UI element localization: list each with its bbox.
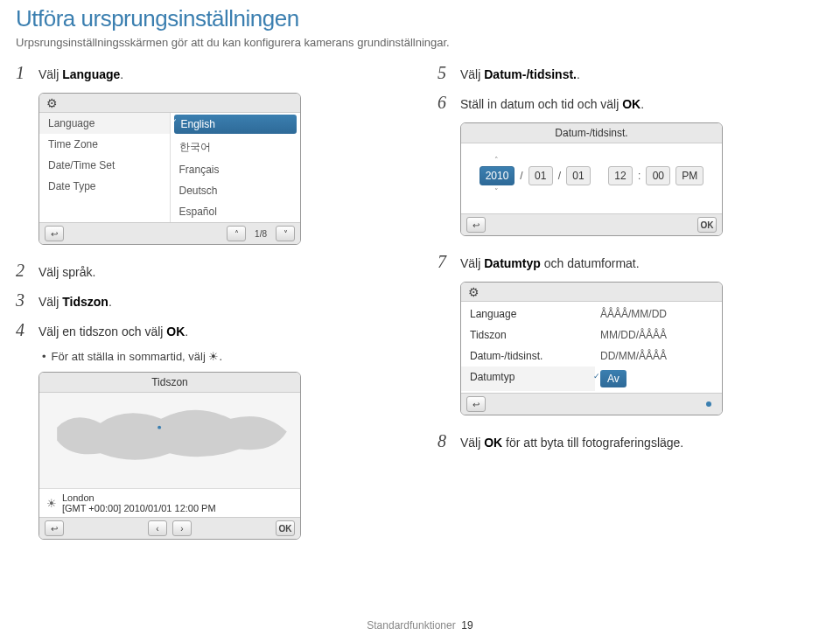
step-4-note: För att ställa in sommartid, välj ☀. [42, 350, 402, 363]
dst-icon: ☀ [208, 350, 219, 363]
dst-icon[interactable]: ☀ [46, 497, 57, 510]
settings-list: Language Time Zone Date/Time Set Date Ty… [39, 113, 171, 222]
ok-glyph: OK [166, 324, 185, 338]
prev-button[interactable]: ‹ [148, 520, 167, 536]
step-number: 2 [16, 261, 30, 281]
step-text: Ställ in datum och tid och välj OK. [460, 95, 644, 114]
left-column: 1 Välj Language. ⚙ Language Time Zone Da… [16, 63, 402, 555]
list-item[interactable]: Datumtyp [461, 366, 595, 391]
list-item[interactable]: 한국어 [171, 136, 301, 159]
ok-button[interactable]: OK [276, 520, 295, 536]
step-text: Välj Datumtyp och datumformat. [460, 255, 640, 273]
next-button[interactable]: › [172, 520, 192, 536]
datetime-panel: Datum-/tidsinst. ˄ 2010 ˅ / 01 / 01 12 :… [460, 122, 723, 236]
year-field[interactable]: 2010 [480, 166, 515, 185]
time-separator: : [638, 170, 640, 182]
gear-icon: ⚙ [46, 96, 58, 110]
page-footer: Standardfunktioner 19 [0, 619, 840, 632]
minute-field[interactable]: 00 [646, 166, 670, 185]
format-option[interactable]: ÅÅÅÅ/MM/DD [592, 304, 722, 324]
step-text: Välj Language. [38, 66, 123, 84]
step-5: 5 Välj Datum-/tidsinst.. [438, 63, 824, 84]
timezone-location: ☀ London [GMT +00:00] 2010/01/01 12:00 P… [39, 489, 300, 517]
step-number: 1 [16, 63, 30, 83]
datetype-panel: ⚙ LanguageÅÅÅÅ/MM/DD TidszonMM/DD/ÅÅÅÅ D… [460, 282, 723, 415]
panel-footer: ↩ OK [461, 213, 722, 235]
back-button[interactable]: ↩ [45, 520, 64, 536]
panel-header: Datum-/tidsinst. [461, 123, 722, 143]
step-number: 5 [438, 63, 452, 83]
footer-label: Standardfunktioner [367, 619, 455, 632]
ok-glyph: OK [622, 97, 640, 111]
panel-header: ⚙ [461, 283, 722, 302]
panel-footer: ↩ ˄ 1/8 ˅ [39, 222, 300, 244]
indicator-dot [706, 401, 711, 407]
step-3: 3 Välj Tidszon. [16, 290, 402, 311]
step-text: Välj språk. [38, 263, 95, 282]
svg-point-0 [158, 426, 161, 429]
step-8: 8 Välj OK för att byta till fotograferin… [438, 431, 824, 452]
timestamp: [GMT +00:00] 2010/01/01 12:00 PM [62, 503, 216, 513]
list-item[interactable]: Français [171, 159, 301, 180]
ok-glyph: OK [484, 436, 502, 450]
hour-field[interactable]: 12 [608, 166, 633, 185]
datetime-body: ˄ 2010 ˅ / 01 / 01 12 : 00 PM [461, 143, 722, 213]
list-item[interactable]: Language [461, 304, 592, 324]
step-2: 2 Välj språk. [16, 261, 402, 282]
page-title: Utföra ursprungsinställningen [0, 0, 840, 34]
page-subtitle: Urpsrungsinställningsskärmen gör att du … [0, 34, 840, 63]
back-button[interactable]: ↩ [45, 226, 64, 241]
step-number: 3 [16, 290, 30, 311]
list-item[interactable]: Datum-/tidsinst. [461, 345, 592, 366]
day-field[interactable]: 01 [566, 166, 591, 185]
panel-footer: ↩ ‹ › OK [39, 517, 300, 539]
selected-language[interactable]: English [174, 115, 298, 134]
note-text: För att ställa in sommartid, välj ☀. [52, 350, 223, 363]
month-field[interactable]: 01 [528, 166, 553, 185]
step-4: 4 Välj en tidszon och välj OK. [16, 320, 402, 341]
step-number: 4 [16, 320, 30, 340]
language-panel: ⚙ Language Time Zone Date/Time Set Date … [38, 93, 301, 245]
language-options: English 한국어 Français Deutsch Español [171, 113, 301, 222]
panel-header: Tidszon [39, 373, 300, 393]
step-7: 7 Välj Datumtyp och datumformat. [438, 252, 824, 273]
list-item[interactable]: Deutsch [171, 180, 301, 201]
format-option[interactable]: MM/DD/ÅÅÅÅ [592, 324, 722, 345]
panel-footer: ↩ [461, 393, 722, 415]
up-arrow-icon[interactable]: ˄ [494, 156, 499, 164]
step-number: 8 [438, 431, 452, 451]
city-label: London [62, 492, 94, 503]
page-number: 19 [461, 619, 472, 632]
step-text: Välj en tidszon och välj OK. [38, 323, 188, 341]
step-1: 1 Välj Language. [16, 63, 402, 84]
list-item[interactable]: Language [39, 113, 170, 134]
list-item[interactable]: Date Type [39, 176, 170, 197]
step-text: Välj Datum-/tidsinst.. [460, 66, 580, 84]
format-option[interactable]: DD/MM/ÅÅÅÅ [592, 345, 722, 366]
step-6: 6 Ställ in datum och tid och välj OK. [438, 93, 824, 114]
date-separator: / [558, 170, 561, 182]
ampm-field[interactable]: PM [676, 166, 704, 185]
back-button[interactable]: ↩ [466, 217, 486, 233]
step-text: Välj OK för att byta till fotograferings… [460, 434, 683, 452]
panel-title: Tidszon [151, 376, 188, 388]
date-separator: / [520, 170, 522, 182]
step-text: Välj Tidszon. [38, 293, 112, 311]
back-button[interactable]: ↩ [466, 396, 486, 412]
up-button[interactable]: ˄ [227, 226, 246, 241]
down-button[interactable]: ˅ [276, 226, 295, 241]
timezone-panel: Tidszon ☀ London [GMT +00:00] 2010/01/01… [38, 372, 301, 540]
ok-button[interactable]: OK [697, 217, 717, 233]
gear-icon: ⚙ [468, 285, 480, 299]
step-number: 7 [438, 252, 452, 272]
world-map[interactable] [39, 393, 300, 489]
step-number: 6 [438, 93, 452, 113]
right-column: 5 Välj Datum-/tidsinst.. 6 Ställ in datu… [438, 63, 824, 555]
list-item[interactable]: Date/Time Set [39, 155, 170, 176]
down-arrow-icon[interactable]: ˅ [494, 187, 499, 196]
list-item[interactable]: Español [171, 201, 301, 222]
selected-format[interactable]: Av [600, 370, 626, 387]
list-item[interactable]: Time Zone [39, 134, 170, 155]
list-item[interactable]: Tidszon [461, 324, 592, 345]
panel-title: Datum-/tidsinst. [555, 127, 627, 139]
